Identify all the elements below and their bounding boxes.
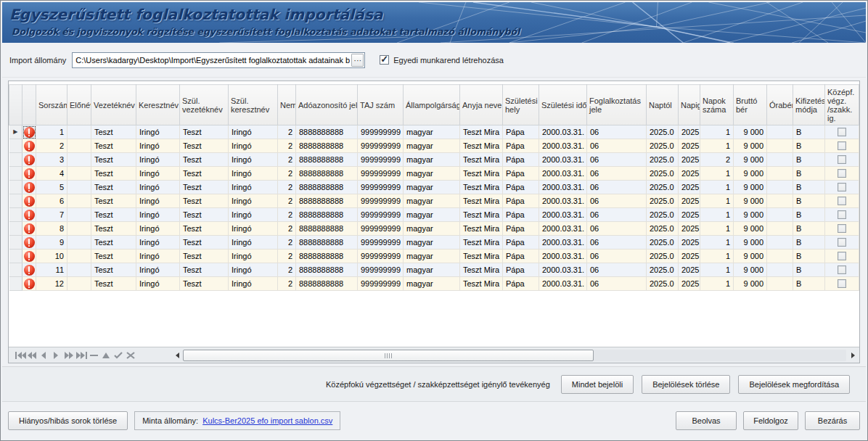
grid-cell[interactable]: Teszt	[91, 139, 136, 153]
grid-cell[interactable]: 06	[587, 125, 647, 139]
hscroll-thumb[interactable]	[183, 350, 594, 361]
grid-cell[interactable]: 8888888888	[296, 250, 358, 263]
sample-file-link[interactable]: Kulcs-Ber2025 efo import sablon.csv	[202, 416, 332, 425]
grid-cell[interactable]: Iringó	[229, 236, 278, 250]
grid-cell[interactable]	[767, 263, 793, 277]
grid-cell[interactable]: Iringó	[229, 181, 278, 194]
grid-cell[interactable]: Pápa	[503, 250, 539, 263]
grid-cell[interactable]: Pápa	[503, 277, 539, 291]
row-error-cell[interactable]	[22, 194, 36, 208]
hscroll-left-button[interactable]	[173, 350, 181, 361]
grid-cell[interactable]: 2025.	[679, 181, 700, 194]
grid-cell[interactable]: magyar	[404, 181, 460, 194]
grid-cell[interactable]: magyar	[404, 153, 460, 167]
grid-cell[interactable]: 06	[587, 194, 647, 208]
grid-cell[interactable]: 2025.	[679, 153, 700, 167]
grid-cell[interactable]	[767, 181, 793, 194]
grid-cell[interactable]	[767, 236, 793, 250]
grid-cell[interactable]: Teszt	[91, 153, 136, 167]
grid-cell[interactable]: 2	[278, 167, 296, 181]
column-header[interactable]: Szül. vezetéknév	[180, 85, 229, 125]
grid-cell[interactable]: B	[793, 139, 825, 153]
grid-cell[interactable]: 8	[36, 222, 67, 236]
grid-cell[interactable]: 999999999	[358, 277, 404, 291]
grid-cell[interactable]: 06	[587, 236, 647, 250]
import-path-input[interactable]	[72, 52, 365, 68]
grid-cell[interactable]: 999999999	[358, 194, 404, 208]
grid-cell[interactable]: B	[793, 153, 825, 167]
grid-cell[interactable]: 8888888888	[296, 208, 358, 222]
grid-cell[interactable]: Pápa	[503, 125, 539, 139]
grid-cell[interactable]: 2025.0	[647, 277, 679, 291]
grid-cell[interactable]: Teszt Mira	[460, 181, 503, 194]
grid-cell[interactable]: 2025.0	[647, 194, 679, 208]
grid-cell[interactable]: Teszt	[91, 167, 136, 181]
grid-cell[interactable]: 1	[700, 236, 734, 250]
grid-cell[interactable]: 2025.0	[647, 208, 679, 222]
grid-cell[interactable]: 2025.0	[647, 263, 679, 277]
grid-cell[interactable]: 8888888888	[296, 167, 358, 181]
grid-cell[interactable]: 2	[278, 250, 296, 263]
column-header[interactable]: Szül. keresztnév	[229, 85, 278, 125]
grid-cell[interactable]: 6	[36, 194, 67, 208]
grid-cell[interactable]: 2025.0	[647, 250, 679, 263]
grid-cell[interactable]: Teszt	[180, 250, 229, 263]
grid-cell[interactable]: 2000.03.31.	[539, 222, 587, 236]
grid-cell[interactable]: Teszt Mira	[460, 153, 503, 167]
grid-cell[interactable]: Iringó	[229, 222, 278, 236]
grid-cell[interactable]: 999999999	[358, 153, 404, 167]
grid-cell[interactable]: 2025.	[679, 263, 700, 277]
grid-cell[interactable]: 2	[278, 153, 296, 167]
grid-cell[interactable]: 9 000	[734, 236, 767, 250]
grid-cell[interactable]: 5	[36, 181, 67, 194]
grid-cell[interactable]: 999999999	[358, 208, 404, 222]
grid-cell[interactable]: B	[793, 236, 825, 250]
grid-cell[interactable]	[767, 153, 793, 167]
grid-cell[interactable]: 8888888888	[296, 277, 358, 291]
grid-cell[interactable]: 8888888888	[296, 236, 358, 250]
grid-cell[interactable]: magyar	[404, 167, 460, 181]
grid-cell[interactable]: 9 000	[734, 208, 767, 222]
grid-cell[interactable]: 1	[700, 277, 734, 291]
grid-cell[interactable]: Teszt	[180, 139, 229, 153]
browse-button[interactable]: ···	[351, 54, 364, 67]
grid-cell[interactable]: Teszt Mira	[460, 139, 503, 153]
navigator-first-button[interactable]	[15, 348, 27, 363]
grid-cell[interactable]: 999999999	[358, 236, 404, 250]
grid-cell[interactable]: 2000.03.31.	[539, 181, 587, 194]
grid-cell[interactable]: B	[793, 263, 825, 277]
grid-cell[interactable]: 999999999	[358, 222, 404, 236]
column-header[interactable]: Középf. végz. /szakk. ig.	[825, 85, 859, 125]
navigator-delete-button[interactable]	[89, 348, 101, 363]
close-button[interactable]: Bezárás	[805, 411, 860, 430]
grid-cell[interactable]	[767, 208, 793, 222]
grid-cell[interactable]: Iringó	[229, 250, 278, 263]
grid-cell[interactable]: 12	[36, 277, 67, 291]
grid-cell[interactable]: 1	[700, 167, 734, 181]
navigator-cancel-button[interactable]	[126, 348, 138, 363]
grid-cell[interactable]	[67, 167, 91, 181]
grid-cell[interactable]	[67, 181, 91, 194]
grid-cell[interactable]: magyar	[404, 139, 460, 153]
grid-cell[interactable]: Teszt	[91, 194, 136, 208]
grid-cell[interactable]: 1	[700, 125, 734, 139]
grid-cell[interactable]: 9 000	[734, 194, 767, 208]
grid-cell[interactable]	[67, 263, 91, 277]
grid-cell[interactable]	[67, 153, 91, 167]
column-header[interactable]: Foglalkoztatás jele	[587, 85, 647, 125]
column-header[interactable]: TAJ szám	[358, 85, 404, 125]
grid-cell[interactable]: Teszt Mira	[460, 222, 503, 236]
grid-cell[interactable]: B	[793, 222, 825, 236]
grid-cell[interactable]: Teszt	[91, 181, 136, 194]
grid-cell[interactable]: 2025.	[679, 222, 700, 236]
column-header[interactable]: Nem	[278, 85, 296, 125]
grid-cell[interactable]: magyar	[404, 263, 460, 277]
grid-cell[interactable]: Iringó	[229, 153, 278, 167]
grid-cell[interactable]: 9 000	[734, 222, 767, 236]
grid-cell[interactable]: Iringó	[229, 194, 278, 208]
column-header[interactable]: Bruttó bér	[734, 85, 767, 125]
navigator-next-page-button[interactable]	[64, 348, 76, 363]
grid-cell[interactable]: Teszt	[180, 277, 229, 291]
grid-cell[interactable]: Iringó	[136, 208, 180, 222]
column-header[interactable]: Sorszám	[36, 85, 67, 125]
